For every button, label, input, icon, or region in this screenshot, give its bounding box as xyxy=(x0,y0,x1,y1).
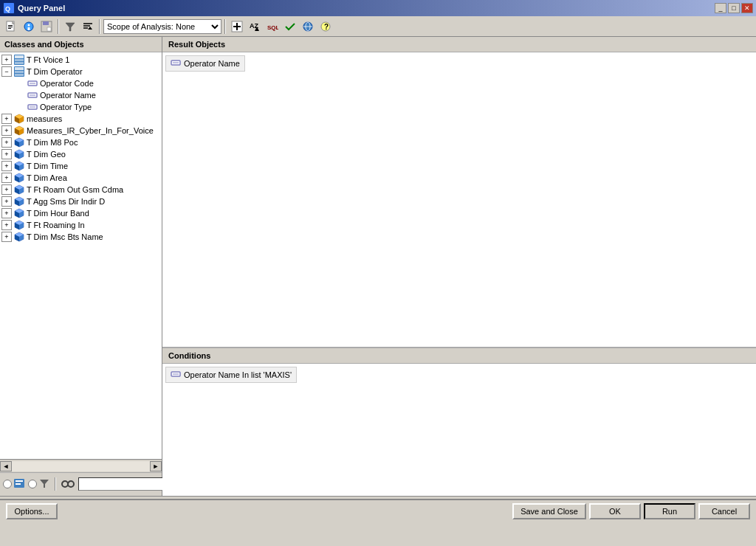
ok-button[interactable]: OK xyxy=(589,503,641,519)
tree-item-t-dim-geo[interactable]: +T Dim Geo xyxy=(1,148,160,160)
options-button[interactable]: Options... xyxy=(6,503,58,519)
save-close-button[interactable]: Save and Close xyxy=(512,503,586,519)
result-objects-content: Operator Name xyxy=(162,52,756,347)
conditions-content: Operator Name In list 'MAXIS' xyxy=(162,364,756,496)
blue-cube-icon xyxy=(13,173,25,183)
horizontal-scrollbar-track[interactable] xyxy=(12,461,150,471)
svg-rect-31 xyxy=(15,62,24,64)
scroll-left-button[interactable]: ◄ xyxy=(0,461,12,471)
tree-item-label: T Dim Time xyxy=(27,162,68,170)
radio-classes[interactable] xyxy=(3,480,12,488)
field-icon xyxy=(27,102,38,112)
svg-marker-16 xyxy=(88,27,92,30)
expand-button[interactable]: + xyxy=(1,149,12,159)
tree-item-operator-name[interactable]: Operator Name xyxy=(1,89,160,101)
result-objects-section: Result Objects Operator Name xyxy=(162,37,756,348)
tree-item-t-dim-time[interactable]: +T Dim Time xyxy=(1,160,160,172)
save-button[interactable] xyxy=(38,18,55,35)
orange-cube-icon xyxy=(13,114,25,124)
result-chip-operator-name-result[interactable]: Operator Name xyxy=(165,55,245,72)
tree-container[interactable]: +T Ft Voice 1−T Dim OperatorOperator Cod… xyxy=(0,52,162,459)
tree-item-t-ft-roaming-in[interactable]: +T Ft Roaming In xyxy=(1,219,160,231)
blue-cube-icon xyxy=(13,208,25,218)
tree-item-operator-type[interactable]: Operator Type xyxy=(1,101,160,113)
tree-item-t-dim-hour-band[interactable]: +T Dim Hour Band xyxy=(1,207,160,219)
tree-item-label: T Agg Sms Dir Indir D xyxy=(27,197,105,206)
window-title: Query Panel xyxy=(18,4,65,13)
blue-cube-icon xyxy=(13,149,25,159)
left-panel: Classes and Objects +T Ft Voice 1−T Dim … xyxy=(0,37,162,496)
svg-rect-35 xyxy=(15,74,24,76)
orange-cube-icon xyxy=(13,125,25,136)
tree-item-t-dim-area[interactable]: +T Dim Area xyxy=(1,172,160,184)
expand-button[interactable]: + xyxy=(1,55,12,65)
expand-button[interactable]: + xyxy=(1,125,12,136)
right-panel: Result Objects Operator Name Conditions … xyxy=(162,37,756,496)
tree-item-t-ft-voice-1[interactable]: +T Ft Voice 1 xyxy=(1,54,160,66)
expand-button[interactable]: + xyxy=(1,208,12,218)
sort-button[interactable] xyxy=(80,18,96,35)
blue-cube-icon xyxy=(13,161,25,171)
add-query-button[interactable] xyxy=(229,18,245,35)
tree-item-label: Operator Type xyxy=(40,103,92,111)
separator-4 xyxy=(55,477,56,491)
expand-button[interactable]: + xyxy=(1,114,12,124)
cancel-button[interactable]: Cancel xyxy=(698,503,750,519)
run-button[interactable]: Run xyxy=(644,503,695,519)
maximize-button[interactable]: □ xyxy=(728,3,740,13)
tree-item-measures-ir-cyber[interactable]: +Measures_IR_Cyber_In_For_Voice xyxy=(1,125,160,136)
tree-item-label: T Ft Voice 1 xyxy=(27,55,70,64)
expand-button[interactable]: + xyxy=(1,220,12,230)
expand-button[interactable]: + xyxy=(1,173,12,183)
expand-button[interactable]: + xyxy=(1,137,12,148)
app-icon: Q xyxy=(3,2,15,14)
tree-item-measures[interactable]: +measures xyxy=(1,113,160,125)
svg-marker-12 xyxy=(66,23,75,31)
chip-label: Operator Name In list 'MAXIS' xyxy=(184,370,292,379)
title-bar: Q Query Panel _ □ ✕ xyxy=(0,0,756,16)
sql-button[interactable]: SQL xyxy=(264,18,281,35)
svg-point-91 xyxy=(68,481,74,487)
toolbar: Scope of Analysis: None AZ SQL ? xyxy=(0,16,756,37)
filter-button[interactable] xyxy=(62,18,78,35)
svg-rect-29 xyxy=(15,55,24,58)
expand-button[interactable]: + xyxy=(1,232,12,242)
help-button[interactable]: ? xyxy=(317,18,334,35)
new-document-button[interactable] xyxy=(3,18,19,35)
svg-rect-3 xyxy=(8,25,13,26)
scroll-right-button[interactable]: ► xyxy=(150,461,162,471)
classes-objects-header: Classes and Objects xyxy=(0,37,162,52)
scope-select[interactable]: Scope of Analysis: None xyxy=(103,19,221,34)
check-button[interactable] xyxy=(282,18,298,35)
window-controls: _ □ ✕ xyxy=(715,3,753,13)
blue-cube-icon xyxy=(13,220,25,230)
tree-item-t-agg-sms[interactable]: +T Agg Sms Dir Indir D xyxy=(1,196,160,207)
tree-item-t-ft-roam-out[interactable]: +T Ft Roam Out Gsm Cdma xyxy=(1,184,160,196)
title-bar-left: Q Query Panel xyxy=(3,2,65,14)
main-container: Classes and Objects +T Ft Voice 1−T Dim … xyxy=(0,37,756,496)
expand-button[interactable]: + xyxy=(1,196,12,207)
sort-alpha-button[interactable]: AZ xyxy=(247,18,263,35)
expand-button[interactable]: − xyxy=(1,66,12,77)
svg-text:?: ? xyxy=(324,23,329,31)
minimize-button[interactable]: _ xyxy=(715,3,726,13)
edit-button[interactable] xyxy=(21,18,37,35)
table-icon xyxy=(13,55,25,65)
blue-cube-icon xyxy=(13,184,25,195)
conditions-header: Conditions xyxy=(162,348,756,364)
svg-rect-87 xyxy=(16,480,23,482)
tree-item-label: T Ft Roaming In xyxy=(27,221,85,229)
search-binoculars-button[interactable] xyxy=(61,476,75,492)
radio-conditions[interactable] xyxy=(28,480,37,488)
condition-chip-operator-name-condition[interactable]: Operator Name In list 'MAXIS' xyxy=(165,367,297,383)
close-button[interactable]: ✕ xyxy=(741,3,753,13)
tree-item-t-dim-m8-poc[interactable]: +T Dim M8 Poc xyxy=(1,136,160,148)
tree-item-t-dim-operator[interactable]: −T Dim Operator xyxy=(1,66,160,77)
expand-button[interactable]: + xyxy=(1,161,12,171)
globe-button[interactable] xyxy=(300,18,316,35)
tree-item-operator-code[interactable]: Operator Code xyxy=(1,77,160,89)
radio-group xyxy=(3,477,25,491)
expand-button[interactable]: + xyxy=(1,184,12,195)
tree-item-label: T Dim Msc Bts Name xyxy=(27,232,103,241)
tree-item-t-dim-msc-bts[interactable]: +T Dim Msc Bts Name xyxy=(1,231,160,243)
